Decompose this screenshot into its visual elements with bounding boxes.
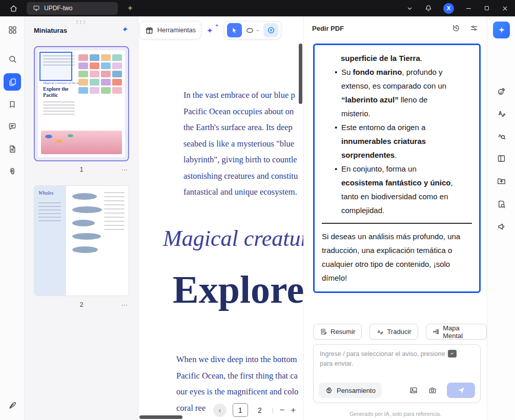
notifications-button[interactable] xyxy=(424,4,432,12)
mind-map-button[interactable]: Mapa Mental xyxy=(426,324,487,340)
ai-prompt-input[interactable]: Ingrese / para seleccionar el aviso, pre… xyxy=(313,344,481,403)
enter-key-icon xyxy=(448,350,457,358)
history-icon xyxy=(451,24,461,33)
screenshot-button[interactable] xyxy=(428,386,437,395)
text-search-icon: A xyxy=(497,131,506,141)
comments-button[interactable] xyxy=(4,118,21,135)
text-line: Pacific Ocean occupies about on xyxy=(183,103,298,120)
home-button[interactable] xyxy=(6,0,20,16)
response-actions: ⋯ | xyxy=(322,292,472,293)
bullet-marker: • xyxy=(335,162,341,217)
text-segment: ecosistema fantástico y único xyxy=(341,178,450,187)
signature-pen-button[interactable] xyxy=(4,396,21,414)
page-2-button[interactable]: 2 xyxy=(254,406,265,414)
pages-button[interactable] xyxy=(4,140,21,158)
text-edit-button[interactable]: A xyxy=(493,105,510,122)
horizontal-scrollbar[interactable] xyxy=(139,415,182,419)
page-more-button[interactable]: ⋯ xyxy=(121,301,128,309)
coral-reef-image xyxy=(41,131,122,154)
close-button[interactable] xyxy=(501,5,509,12)
emoji-annotation-button[interactable] xyxy=(493,83,510,100)
bookmarks-button[interactable] xyxy=(4,96,21,113)
previous-page-button[interactable]: ‹ xyxy=(213,404,226,417)
document-search-icon xyxy=(497,199,506,209)
svg-text:A: A xyxy=(378,329,381,334)
account-avatar[interactable]: X xyxy=(443,3,454,14)
viewport-indicator[interactable] xyxy=(39,52,72,81)
insert-image-button[interactable] xyxy=(409,386,418,395)
ai-sparkle-button[interactable]: ✦ ✦ xyxy=(206,24,219,37)
attachments-button[interactable] xyxy=(4,163,21,180)
translate-icon: A xyxy=(376,328,384,335)
chevron-down-icon xyxy=(406,5,414,12)
camera-icon xyxy=(428,386,437,395)
mind-map-icon xyxy=(432,328,440,335)
document-page[interactable]: In the vast embrace of our blue p Pacifi… xyxy=(138,16,303,420)
minimize-icon xyxy=(465,5,472,12)
export-folder-icon xyxy=(497,176,506,186)
tab-title: UPDF-two xyxy=(44,5,72,12)
maximize-button[interactable] xyxy=(483,5,490,12)
export-file-button[interactable] xyxy=(493,173,510,190)
bullet-text: Este entorno da origen a innumerables cr… xyxy=(341,120,458,162)
titlebar: UPDF-two + X xyxy=(0,0,515,16)
send-button[interactable] xyxy=(447,383,475,398)
response-bullet: • Su fondo marino, profundo y extenso, e… xyxy=(322,65,472,120)
ai-assistant-tool-button[interactable] xyxy=(263,23,278,37)
tools-button[interactable]: Herramientas xyxy=(139,21,201,39)
page-1-preview: Magical creatures of the sea. Explore th… xyxy=(37,50,126,158)
image-icon xyxy=(409,386,418,395)
text-segment: . xyxy=(395,151,397,159)
page-thumbnail-2[interactable]: Whales xyxy=(34,185,129,296)
document-tab[interactable]: UPDF-two xyxy=(27,2,118,15)
select-tool-button[interactable] xyxy=(227,23,242,37)
input-placeholder: Ingrese / para seleccionar el aviso, pre… xyxy=(320,350,476,367)
text-line: fantastical and unique ecosystem. xyxy=(183,184,298,200)
document-search-button[interactable] xyxy=(493,196,510,213)
thinking-mode-button[interactable]: Pensamiento xyxy=(319,383,382,398)
apps-grid-button[interactable] xyxy=(4,21,21,38)
text-recognition-button[interactable]: A xyxy=(493,128,510,144)
bullet-marker: • xyxy=(335,65,341,120)
share-feedback-button[interactable] xyxy=(493,218,510,235)
page-thumbnails-icon xyxy=(8,77,17,87)
add-tab-button[interactable]: + xyxy=(125,4,135,13)
ai-response-box[interactable]: superficie de la Tierra. • Su fondo mari… xyxy=(313,44,481,293)
history-button[interactable] xyxy=(451,24,461,33)
minimize-button[interactable] xyxy=(465,5,472,12)
megaphone-icon xyxy=(497,222,506,232)
text-segment: . xyxy=(420,54,422,62)
text-edit-icon: A xyxy=(497,109,506,118)
chevron-down-icon xyxy=(255,28,260,33)
page-more-button[interactable]: ⋯ xyxy=(121,166,128,174)
zoom-out-button[interactable]: − xyxy=(279,405,284,415)
settings-button[interactable] xyxy=(469,24,479,33)
summarize-button[interactable]: Resumir xyxy=(313,324,362,340)
close-icon xyxy=(501,5,509,12)
tab-list-button[interactable] xyxy=(406,5,414,12)
page-thumbnail-1[interactable]: Magical creatures of the sea. Explore th… xyxy=(34,46,129,161)
panel-drag-handle[interactable] xyxy=(76,20,86,24)
thumbnails-panel-button[interactable] xyxy=(4,73,21,91)
zoom-in-button[interactable]: + xyxy=(291,405,296,415)
shape-tool-button[interactable] xyxy=(245,26,260,35)
page-number: 1 xyxy=(80,166,84,173)
sparkle-icon: ✦ xyxy=(207,27,213,34)
search-button[interactable] xyxy=(4,50,21,68)
vertical-scrollbar[interactable] xyxy=(299,44,302,104)
current-page-input[interactable]: 1 xyxy=(233,403,248,417)
bullet-text: Su fondo marino, profundo y extenso, es … xyxy=(341,65,458,120)
ai-assistant-icon xyxy=(266,26,276,35)
preview-text-lines xyxy=(43,101,75,115)
pin-panel-button[interactable] xyxy=(120,26,129,34)
bookmark-icon xyxy=(8,100,17,109)
text-line: labyrinth", giving birth to countle xyxy=(183,152,298,168)
preview-subtitle: Magical creatures of the sea. xyxy=(43,81,82,85)
text-segment: innumerables criaturas sorprendentes xyxy=(341,137,426,159)
translate-button[interactable]: A Traducir xyxy=(369,324,418,340)
page-layout-button[interactable] xyxy=(493,150,510,167)
ai-assistant-panel-button[interactable] xyxy=(493,22,510,38)
text-segment: Este entorno da origen a xyxy=(341,123,425,132)
document-icon xyxy=(8,144,17,154)
thinking-label: Pensamiento xyxy=(337,387,376,394)
